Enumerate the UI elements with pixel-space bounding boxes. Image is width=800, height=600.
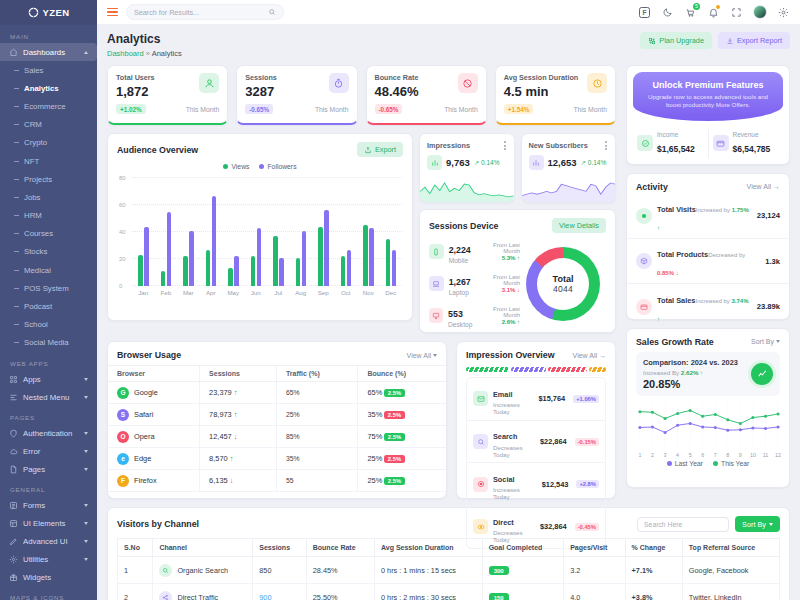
sidebar-item-nft[interactable]: NFT — [0, 152, 97, 170]
audience-overview-card: Audience Overview Export Views Followers — [107, 133, 413, 321]
trend-arrow: ↓ — [234, 432, 238, 441]
activity-card: Activity View All → Total VisitsIncrease… — [626, 173, 790, 320]
sidebar-item-analytics[interactable]: Analytics — [0, 79, 97, 97]
box-icon — [636, 253, 652, 269]
segment-search — [511, 367, 546, 372]
breadcrumb: Dashboard » Analytics — [107, 49, 182, 58]
topbar-icons: F 5 — [638, 5, 790, 19]
gear-icon — [778, 7, 789, 18]
table-row: FFirefox 6,135 ↓ 55 25% 2.5% — [108, 470, 446, 492]
sidebar-item-school[interactable]: School — [0, 316, 97, 334]
chevron-down-icon — [84, 522, 88, 525]
impressions-card: Impressions 9,763 ↗ 0.14% — [419, 133, 515, 203]
bounce-badge: 2.5% — [384, 433, 404, 441]
view-all-link[interactable]: View All — [407, 352, 437, 359]
sidebar-item-nested-menu[interactable]: Nested Menu — [0, 388, 97, 406]
sidebar-item-crm[interactable]: CRM — [0, 116, 97, 134]
trend-arrow: ↓ — [230, 476, 234, 485]
chevron-down-icon — [84, 468, 88, 471]
change-badge: +1.02% — [116, 104, 146, 114]
cart-badge: 5 — [693, 3, 700, 10]
last-year-legend-dot — [667, 461, 672, 466]
svg-text:11: 11 — [763, 452, 769, 458]
fullscreen-button[interactable] — [730, 6, 743, 19]
new-subscribers-card: New Subscribers 12,653 ↗ 0.14% — [521, 133, 617, 203]
sidebar-section-maps: MAPS & ICONS — [0, 586, 97, 600]
sidebar-item-forms[interactable]: Forms — [0, 496, 97, 514]
sidebar-item-sales[interactable]: Sales — [0, 61, 97, 79]
breadcrumb-dashboard[interactable]: Dashboard — [107, 49, 144, 58]
view-all-link[interactable]: View All → — [747, 183, 780, 190]
sidebar-item-courses[interactable]: Courses — [0, 225, 97, 243]
more-menu-icon[interactable] — [604, 140, 608, 151]
activity-row-total-visits: Total VisitsIncreased by 1.75% ↑ 23,124 — [627, 194, 789, 238]
sidebar-item-ui-elements[interactable]: UI Elements — [0, 514, 97, 532]
sidebar-item-hrm[interactable]: HRM — [0, 207, 97, 225]
sessions-link[interactable]: 900 — [253, 584, 306, 600]
bar-group — [222, 178, 245, 286]
audience-bars — [132, 178, 402, 286]
table-search-input[interactable] — [637, 517, 729, 532]
view-details-button[interactable]: View Details — [552, 218, 606, 233]
revenue-stat: Revenue$6,54,785 — [708, 129, 784, 158]
sidebar-item-pos-system[interactable]: POS System — [0, 279, 97, 297]
impression-overview-card: Impression Overview View All → — [456, 341, 616, 499]
more-menu-icon[interactable] — [503, 140, 507, 151]
sidebar-item-advanced-ui[interactable]: Advanced UI — [0, 532, 97, 550]
app-window: YZEN MAIN Dashboards Sales Analytics Eco… — [0, 0, 800, 600]
growth-rate-value: 20.85% — [643, 378, 738, 390]
chevron-down-icon — [84, 558, 88, 561]
views-legend-dot — [223, 164, 228, 169]
search-input[interactable] — [134, 8, 263, 17]
card-title: Sales Growth Rate — [636, 337, 714, 347]
sidebar-item-medical[interactable]: Medical — [0, 261, 97, 279]
grid-icon — [9, 375, 18, 384]
sidebar-item-error[interactable]: Error — [0, 442, 97, 460]
sidebar-item-social-media[interactable]: Social Media — [0, 334, 97, 352]
bar-group — [132, 178, 155, 286]
change-badge: -0.65% — [375, 104, 403, 114]
sort-by-button[interactable]: Sort By — [735, 516, 780, 532]
sort-by-dropdown[interactable]: Sort By — [751, 338, 780, 345]
sidebar-item-apps[interactable]: Apps — [0, 370, 97, 388]
bounce-badge: 2.5% — [384, 411, 404, 419]
export-report-button[interactable]: Export Report — [718, 32, 790, 49]
user-icon — [199, 73, 219, 93]
table-row: eEdge 8,570 ↑ 35% 25% 2.5% — [108, 448, 446, 470]
goal-badge: 300 — [489, 566, 509, 575]
sidebar-item-projects[interactable]: Projects — [0, 170, 97, 188]
cart-button[interactable]: 5 — [684, 6, 697, 19]
sidebar-item-dashboards[interactable]: Dashboards — [0, 43, 97, 61]
sidebar-item-stocks[interactable]: Stocks — [0, 243, 97, 261]
safari-icon: S — [117, 409, 129, 421]
sidebar-item-authentication[interactable]: Authentication — [0, 424, 97, 442]
plan-upgrade-button[interactable]: Plan Upgrade — [640, 32, 712, 49]
language-button[interactable]: F — [638, 6, 651, 19]
sidebar-item-utilities[interactable]: Utilities — [0, 550, 97, 568]
dark-mode-button[interactable] — [661, 6, 674, 19]
export-button[interactable]: Export — [357, 142, 403, 157]
logo[interactable]: YZEN — [0, 0, 97, 25]
premium-banner[interactable]: Unlock Premium Features Upgrade now to a… — [633, 72, 783, 121]
goal-badge: 150 — [489, 593, 509, 600]
form-icon — [9, 501, 18, 510]
page-header: Analytics Dashboard » Analytics Plan Upg… — [107, 32, 790, 58]
notifications-button[interactable] — [707, 6, 720, 19]
user-avatar[interactable] — [753, 5, 767, 19]
settings-button[interactable] — [777, 6, 790, 19]
comparison-box: Comparison: 2024 vs. 2023 Increased By 2… — [636, 352, 780, 396]
card-title: Sessions Device — [429, 221, 498, 231]
hamburger-menu-icon[interactable] — [107, 8, 118, 17]
sidebar-item-crypto[interactable]: Crypto — [0, 134, 97, 152]
sidebar-item-ecommerce[interactable]: Ecommerce — [0, 97, 97, 115]
view-all-link[interactable]: View All → — [573, 352, 606, 359]
sidebar-item-widgets[interactable]: Widgets — [0, 568, 97, 586]
sidebar-item-pages[interactable]: Pages — [0, 460, 97, 478]
trend-arrow: ↑ — [234, 410, 238, 419]
table-row: 2 Direct Traffic 900 25.50% 0 hrs : 2 mi… — [118, 584, 780, 600]
sidebar-item-podcast[interactable]: Podcast — [0, 297, 97, 315]
search-icon[interactable] — [268, 8, 276, 16]
sidebar-item-jobs[interactable]: Jobs — [0, 188, 97, 206]
menu-icon — [9, 393, 18, 402]
chevron-down-icon — [84, 432, 88, 435]
